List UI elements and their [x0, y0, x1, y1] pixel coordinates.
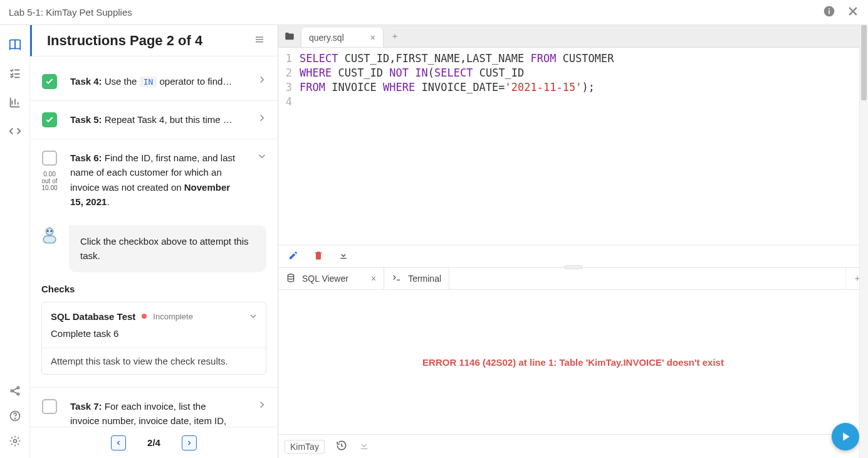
- svg-point-10: [47, 230, 49, 232]
- tab-label: Terminal: [408, 274, 441, 284]
- editor-tabbar: query.sql × ＋: [278, 25, 868, 48]
- window-title: Lab 5-1: KimTay Pet Supplies: [9, 7, 132, 18]
- task-7-body: Task 7: For each invoice, list the invoi…: [70, 399, 227, 427]
- pager: 2/4: [30, 427, 278, 458]
- code-content[interactable]: SELECT CUST_ID,FIRST_NAME,LAST_NAME FROM…: [296, 48, 868, 245]
- tasks-icon[interactable]: [8, 67, 22, 80]
- checks-section: Checks SQL Database Test Incomplete Comp…: [30, 284, 278, 387]
- check-card[interactable]: SQL Database Test Incomplete Complete ta…: [41, 302, 266, 375]
- pager-prev-button[interactable]: [111, 435, 126, 450]
- editor-footer: KimTay: [278, 434, 868, 458]
- svg-point-13: [288, 274, 293, 277]
- tab-label: SQL Viewer: [302, 274, 348, 284]
- pager-next-button[interactable]: [182, 435, 197, 450]
- chevron-right-icon: [256, 112, 268, 125]
- task-list[interactable]: Task 4: Use the IN operator to find the …: [30, 56, 278, 427]
- task-6-score: 0.00out of10.00: [41, 171, 57, 191]
- task-5-summary: Task 5: Repeat Task 4, but this time use…: [70, 112, 233, 127]
- tab-sql-viewer[interactable]: SQL Viewer ×: [278, 268, 384, 289]
- help-icon[interactable]: [8, 409, 22, 423]
- svg-rect-1: [829, 10, 830, 14]
- status-dot-icon: [142, 314, 147, 319]
- tab-label: query.sql: [309, 33, 344, 43]
- share-icon[interactable]: [8, 384, 22, 398]
- task-4[interactable]: Task 4: Use the IN operator to find the …: [30, 63, 278, 101]
- chevron-down-icon: [256, 151, 268, 164]
- chevron-down-icon: [248, 311, 258, 323]
- bottom-tabbar: SQL Viewer × Terminal ＋: [278, 267, 868, 290]
- instructions-heading: Instructions Page 2 of 4: [47, 33, 202, 49]
- history-icon[interactable]: [336, 440, 347, 453]
- left-rail: [0, 25, 30, 458]
- task-7[interactable]: Task 7: For each invoice, list the invoi…: [30, 387, 278, 427]
- check-mid: Complete task 6: [42, 328, 266, 348]
- task-7-checkbox[interactable]: [42, 399, 57, 414]
- database-icon: [286, 273, 296, 285]
- svg-point-8: [13, 440, 16, 443]
- svg-point-3: [11, 390, 13, 391]
- info-icon[interactable]: [823, 5, 835, 19]
- result-pane: ERROR 1146 (42S02) at line 1: Table 'Kim…: [278, 290, 868, 434]
- resize-grip-icon[interactable]: [564, 265, 583, 269]
- scrollbar-thumb[interactable]: [861, 25, 867, 100]
- delete-icon[interactable]: [313, 250, 323, 262]
- tab-close-icon[interactable]: ×: [371, 274, 376, 284]
- check-bottom: Attempt this task to view the check resu…: [42, 348, 266, 374]
- checkbox-done-icon: [42, 112, 57, 127]
- chevron-right-icon: [256, 399, 268, 412]
- task-6[interactable]: 0.00out of10.00 Task 6: Find the ID, fir…: [30, 139, 278, 220]
- chart-icon[interactable]: [8, 95, 22, 109]
- check-title: SQL Database Test: [51, 311, 135, 322]
- svg-point-11: [50, 230, 52, 232]
- terminal-icon: [392, 273, 402, 285]
- svg-rect-2: [829, 8, 830, 9]
- code-editor[interactable]: 1234 SELECT CUST_ID,FIRST_NAME,LAST_NAME…: [278, 48, 868, 245]
- download-results-icon[interactable]: [358, 440, 370, 453]
- title-bar: Lab 5-1: KimTay Pet Supplies: [0, 0, 868, 25]
- tab-close-icon[interactable]: ×: [370, 33, 375, 43]
- tab-terminal[interactable]: Terminal: [384, 268, 449, 289]
- line-gutter: 1234: [278, 48, 296, 245]
- check-status: Incomplete: [153, 312, 193, 321]
- task-5[interactable]: Task 5: Repeat Task 4, but this time use…: [30, 101, 278, 139]
- pager-label: 2/4: [147, 437, 160, 448]
- editor-area: query.sql × ＋ 1234 SELECT CUST_ID,FIRST_…: [278, 25, 868, 458]
- folder-icon[interactable]: [278, 25, 301, 47]
- bot-message: Click the checkbox above to attempt this…: [69, 225, 266, 272]
- task-6-body: Task 6: Find the ID, first name, and las…: [70, 151, 236, 209]
- gear-icon[interactable]: [8, 434, 22, 448]
- download-icon[interactable]: [338, 250, 348, 262]
- db-selector[interactable]: KimTay: [285, 440, 325, 454]
- bot-hint-row: Click the checkbox above to attempt this…: [30, 220, 278, 284]
- instructions-panel: Instructions Page 2 of 4 Task 4: Use the…: [30, 25, 278, 458]
- checkbox-done-icon: [42, 74, 57, 89]
- task-6-checkbox[interactable]: [42, 151, 57, 166]
- menu-icon[interactable]: [254, 34, 265, 47]
- new-tab-button[interactable]: ＋: [384, 25, 406, 47]
- svg-rect-12: [43, 236, 56, 243]
- editor-tab-query[interactable]: query.sql ×: [301, 28, 384, 47]
- run-button[interactable]: [832, 423, 859, 450]
- error-message: ERROR 1146 (42S02) at line 1: Table 'Kim…: [422, 357, 724, 368]
- svg-point-5: [17, 393, 19, 395]
- svg-point-4: [17, 386, 19, 388]
- page-scrollbar[interactable]: [859, 25, 868, 458]
- code-icon[interactable]: [8, 124, 22, 138]
- book-icon[interactable]: [8, 38, 22, 51]
- bot-icon: [39, 225, 60, 272]
- edit-icon[interactable]: [288, 250, 298, 262]
- editor-toolbar: [278, 245, 868, 267]
- close-icon[interactable]: [847, 5, 859, 19]
- checks-heading: Checks: [41, 284, 266, 294]
- task-4-summary: Task 4: Use the IN operator to find the …: [70, 74, 233, 89]
- svg-point-7: [14, 418, 15, 419]
- chevron-right-icon: [256, 74, 268, 87]
